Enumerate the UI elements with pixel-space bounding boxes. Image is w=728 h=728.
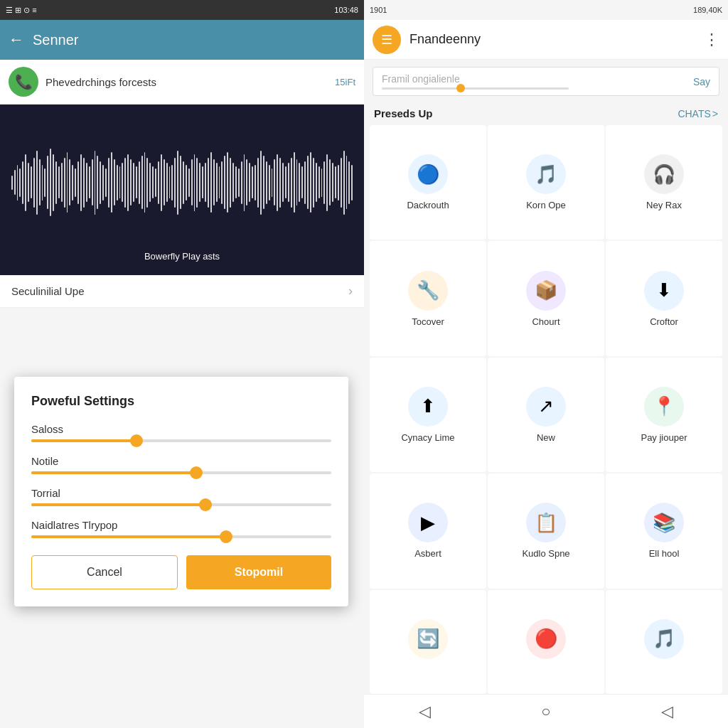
audio-label: Bowerfly Play asts xyxy=(144,251,220,262)
preseds-title: Preseds Up xyxy=(374,107,433,119)
wave-bar-102 xyxy=(294,152,295,213)
app-name-tocover: Tocover xyxy=(412,316,444,327)
wave-bar-8 xyxy=(33,158,35,208)
wave-bar-115 xyxy=(329,159,331,205)
app-name-asbert: Asbert xyxy=(414,548,441,559)
slider-row-3: Naidlatres Tlrypop xyxy=(31,519,331,538)
wave-bar-93 xyxy=(269,165,270,200)
dialog-overlay: Poweful Settings SalossNotileTorrialNaid… xyxy=(14,377,348,606)
search-slider-thumb xyxy=(456,84,465,92)
wave-bar-23 xyxy=(75,168,76,197)
wave-bar-75 xyxy=(219,166,220,198)
wave-bar-31 xyxy=(97,156,98,209)
app-cell-croftor[interactable]: ⬇Croftor xyxy=(606,241,722,355)
nav-home-button[interactable]: ○ xyxy=(524,697,567,727)
wave-bar-26 xyxy=(83,158,85,208)
search-bar[interactable]: Framil ongialienle Say xyxy=(373,67,719,96)
confirm-button[interactable]: Stopomil xyxy=(186,555,331,589)
slider-row-2: Torrial xyxy=(31,487,331,506)
app-cell-extra2[interactable]: 🔴 xyxy=(488,590,604,694)
wave-bar-47 xyxy=(141,156,143,209)
app-cell-chourt[interactable]: 📦Chourt xyxy=(488,241,604,355)
slider-label-2: Torrial xyxy=(31,487,331,499)
app-cell-extra3[interactable]: 🎵 xyxy=(606,590,722,694)
slider-track-2[interactable] xyxy=(31,503,331,506)
app-cell-cynacy[interactable]: ⬆Cynacy Lime xyxy=(370,358,486,472)
wave-bar-46 xyxy=(139,161,140,204)
cancel-button[interactable]: Cancel xyxy=(31,555,178,589)
wave-bar-92 xyxy=(266,161,267,204)
search-say-button[interactable]: Say xyxy=(693,76,710,87)
slider-fill-1 xyxy=(31,471,196,474)
wave-bar-70 xyxy=(205,163,206,202)
wave-bar-99 xyxy=(285,166,287,198)
wave-bar-27 xyxy=(86,163,87,202)
slider-label-0: Saloss xyxy=(31,423,331,435)
slider-track-0[interactable] xyxy=(31,439,331,442)
app-cell-dackrouth[interactable]: 🔵Dackrouth xyxy=(370,125,486,240)
wave-bar-63 xyxy=(186,165,187,200)
app-name-dackrouth: Dackrouth xyxy=(407,200,449,210)
slider-track-3[interactable] xyxy=(31,535,331,538)
slider-thumb-0[interactable] xyxy=(130,434,143,447)
app-cell-asbert[interactable]: ▶Asbert xyxy=(370,473,486,588)
wave-bar-29 xyxy=(92,159,93,205)
dialog-buttons: Cancel Stopomil xyxy=(31,555,331,589)
wave-bar-65 xyxy=(191,159,193,205)
left-panel: ☰ ⊞ ⊙ ≡ 103:48 ← Senner 📞 Phevedrchings … xyxy=(0,0,364,728)
nav-back-button[interactable]: ◁ xyxy=(402,697,448,727)
wave-bar-38 xyxy=(117,165,118,200)
wave-bar-40 xyxy=(122,163,123,202)
wave-bar-103 xyxy=(296,159,298,205)
app-cell-new[interactable]: ↗New xyxy=(488,358,604,472)
wave-bar-73 xyxy=(213,159,215,205)
back-button[interactable]: ← xyxy=(9,31,24,49)
wave-bar-36 xyxy=(111,152,112,213)
message-icon: 📞 xyxy=(9,67,38,97)
search-slider[interactable] xyxy=(382,87,569,90)
app-cell-neyrax[interactable]: 🎧Ney Rax xyxy=(606,125,722,240)
slider-thumb-2[interactable] xyxy=(199,498,212,511)
chats-link[interactable]: CHATS > xyxy=(678,108,718,119)
app-cell-tocover[interactable]: 🔧Tocover xyxy=(370,241,486,355)
wave-bar-83 xyxy=(241,161,242,204)
wave-bar-87 xyxy=(252,166,253,198)
wave-bar-96 xyxy=(277,154,278,211)
app-icon-pay: 📍 xyxy=(644,387,684,427)
wave-bar-13 xyxy=(47,156,48,209)
wave-bar-94 xyxy=(272,168,273,197)
wave-bar-53 xyxy=(158,161,159,204)
wave-bar-108 xyxy=(310,152,311,213)
app-cell-kornope[interactable]: 🎵Korn Ope xyxy=(488,125,604,240)
slider-thumb-3[interactable] xyxy=(220,530,232,543)
app-name-pay: Pay jiouper xyxy=(641,432,687,443)
wave-bar-34 xyxy=(105,168,107,197)
section-item[interactable]: Seculinilial Upe › xyxy=(0,275,364,308)
apps-grid: 🔵Dackrouth🎵Korn Ope🎧Ney Rax🔧Tocover📦Chou… xyxy=(364,125,728,694)
wave-bar-89 xyxy=(257,158,259,208)
slider-track-1[interactable] xyxy=(31,471,331,474)
wave-bar-85 xyxy=(246,159,247,205)
wave-bar-18 xyxy=(61,163,63,202)
app-cell-kudlo[interactable]: 📋Kudlo Spne xyxy=(488,473,604,588)
wave-bar-49 xyxy=(146,158,148,208)
wave-bar-101 xyxy=(291,158,292,208)
message-item[interactable]: 📞 Phevedrchings forcests 15iFt xyxy=(0,60,364,105)
wave-bar-123 xyxy=(351,165,353,200)
wave-bar-110 xyxy=(316,163,317,202)
app-icon-ellhool: 📚 xyxy=(644,503,684,542)
app-cell-ellhool[interactable]: 📚Ell hool xyxy=(606,473,722,588)
wave-bar-32 xyxy=(100,161,101,204)
wave-bar-41 xyxy=(124,158,126,208)
app-name-kornope: Korn Ope xyxy=(526,200,566,210)
wave-bar-91 xyxy=(263,156,264,209)
app-cell-pay[interactable]: 📍Pay jiouper xyxy=(606,358,722,472)
more-options-icon[interactable]: ⋮ xyxy=(704,31,719,49)
wave-bar-112 xyxy=(321,168,323,197)
app-icon-extra2: 🔴 xyxy=(526,619,566,659)
app-cell-extra1[interactable]: 🔄 xyxy=(370,590,486,694)
wave-bar-5 xyxy=(25,154,26,211)
nav-recents-button[interactable]: ◁ xyxy=(644,697,690,727)
app-icon-extra1: 🔄 xyxy=(408,619,448,659)
slider-thumb-1[interactable] xyxy=(190,466,203,479)
